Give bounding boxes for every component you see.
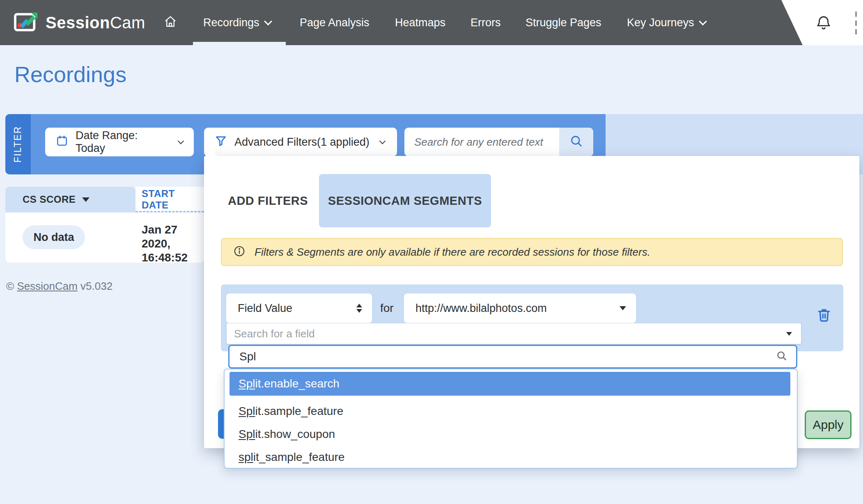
field-options-listbox: Split.enable_search Split.sample_feature…: [224, 369, 798, 469]
date-range-button[interactable]: Date Range: Today: [45, 128, 194, 156]
nav-item-page-analysis[interactable]: Page Analysis: [300, 0, 370, 45]
search-icon: [776, 350, 788, 364]
advanced-filters-label: Advanced Filters(1 applied): [234, 136, 370, 149]
info-icon: [233, 245, 246, 259]
site-value: http://www.bilalphotos.com: [415, 302, 547, 315]
chevron-down-icon: [178, 137, 184, 144]
chevron-down-icon: [379, 137, 386, 144]
search-button[interactable]: [559, 128, 593, 156]
nav-item-heatmaps[interactable]: Heatmaps: [395, 0, 445, 45]
table-row[interactable]: No data Jan 27 2020, 16:48:52: [5, 213, 204, 263]
nav-active-indicator: [193, 42, 286, 45]
brand-name: SessionCam: [46, 14, 145, 32]
start-date-cell: Jan 27 2020, 16:48:52: [142, 223, 204, 265]
nav-item-recordings[interactable]: Recordings: [203, 0, 271, 45]
home-icon: [163, 14, 177, 31]
tab-label: SESSIONCAM SEGMENTS: [328, 194, 482, 208]
cs-score-badge: No data: [23, 225, 85, 249]
notifications-bell-icon[interactable]: [815, 14, 832, 33]
column-label: START DATE: [142, 188, 204, 211]
option-split-sample-feature-underscore[interactable]: split_sample_feature: [239, 446, 344, 469]
delete-criteria-button[interactable]: [815, 306, 833, 325]
nav-item-label: Heatmaps: [395, 16, 445, 29]
nav-item-errors[interactable]: Errors: [471, 0, 501, 45]
nav-home[interactable]: [163, 0, 177, 45]
filter-tab-label: FILTER: [13, 126, 24, 163]
field-type-value: Field Value: [238, 302, 292, 315]
site-select[interactable]: http://www.bilalphotos.com: [404, 293, 636, 323]
option-split-show-coupon[interactable]: Split.show_coupon: [239, 423, 335, 446]
nav-item-label: Errors: [471, 16, 501, 29]
chevron-down-icon: [699, 17, 707, 25]
tab-add-filters[interactable]: ADD FILTERS: [222, 174, 314, 227]
footer: © SessionCam v5.032: [6, 280, 112, 293]
for-label: for: [380, 293, 394, 323]
dropdown-arrow-icon: [620, 306, 626, 310]
trash-icon: [816, 306, 832, 325]
sort-descending-icon: [82, 197, 90, 202]
column-label: CS SCORE: [23, 194, 76, 205]
footer-version: v5.032: [80, 280, 112, 292]
tab-sessioncam-segments[interactable]: SESSIONCAM SEGMENTS: [319, 174, 491, 227]
apply-label: Apply: [813, 418, 843, 432]
calendar-icon: [56, 135, 68, 150]
column-header-start-date[interactable]: START DATE: [135, 187, 204, 212]
option-split-sample-feature[interactable]: Split.sample_feature: [239, 400, 343, 423]
field-search-combobox[interactable]: Search for a field: [227, 323, 801, 344]
apply-button[interactable]: Apply: [805, 410, 852, 439]
footer-sessioncam-link[interactable]: SessionCam: [17, 280, 77, 292]
top-nav: SessionCam Recordings Page Analysis Heat…: [0, 0, 863, 45]
nav-item-label: Struggle Pages: [526, 16, 601, 29]
field-search-input[interactable]: [231, 350, 776, 364]
brand-logo[interactable]: SessionCam: [14, 0, 145, 45]
nav-item-key-journeys[interactable]: Key Journeys: [627, 0, 706, 45]
option-split-enable-search[interactable]: Split.enable_search: [230, 372, 790, 396]
info-banner-text: Filters & Segments are only available if…: [255, 246, 650, 259]
text-search-group: [404, 128, 593, 156]
tab-label: ADD FILTERS: [228, 194, 308, 208]
chevron-down-icon: [264, 17, 272, 25]
select-spinner-icon: [356, 304, 362, 313]
sessioncam-logo-icon: [14, 10, 39, 35]
date-range-label: Date Range: Today: [76, 129, 168, 155]
dropdown-arrow-icon: [786, 332, 792, 336]
nav-item-label: Recordings: [203, 16, 259, 29]
copyright-symbol: ©: [6, 280, 14, 292]
funnel-icon: [215, 135, 227, 150]
table-header-divider: [135, 211, 204, 212]
nav-item-label: Key Journeys: [627, 16, 694, 29]
filter-vertical-tab: FILTER: [5, 114, 31, 174]
info-banner: Filters & Segments are only available if…: [221, 238, 843, 266]
screen: SessionCam Recordings Page Analysis Heat…: [0, 0, 863, 504]
nav-item-struggle-pages[interactable]: Struggle Pages: [526, 0, 601, 45]
nav-item-label: Page Analysis: [300, 16, 370, 29]
combobox-placeholder: Search for a field: [234, 328, 315, 340]
field-type-select[interactable]: Field Value: [226, 293, 372, 323]
search-icon: [569, 134, 584, 150]
advanced-filters-button[interactable]: Advanced Filters(1 applied): [204, 128, 397, 156]
text-search-input[interactable]: [404, 136, 559, 149]
field-search-input-wrap: [228, 345, 797, 369]
column-header-cs-score[interactable]: CS SCORE: [5, 187, 135, 212]
page-title: Recordings: [14, 62, 126, 87]
overflow-menu-icon[interactable]: [853, 11, 859, 34]
